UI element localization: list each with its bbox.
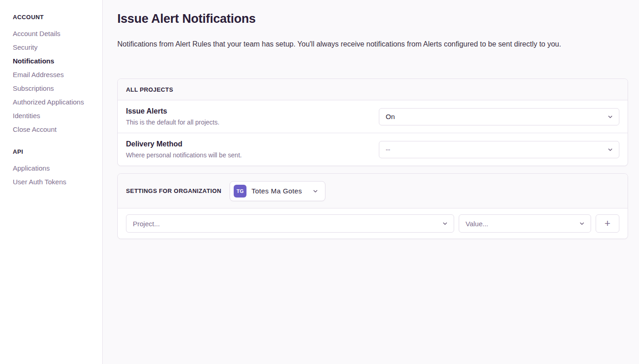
sidebar-item-security[interactable]: Security [13,41,95,54]
project-override-row: Project... Value... [118,208,628,239]
organization-select[interactable]: TG Totes Ma Gotes [230,181,325,201]
sidebar-item-user-auth-tokens[interactable]: User Auth Tokens [13,175,95,189]
issue-alerts-select[interactable]: On [379,108,619,125]
delivery-method-select[interactable]: -- [379,141,619,158]
project-select[interactable]: Project... [126,214,454,233]
sidebar-item-account-details[interactable]: Account Details [13,27,95,41]
organization-panel-header-label: SETTINGS FOR ORGANIZATION [126,187,221,194]
sidebar-item-identities[interactable]: Identities [13,109,95,123]
add-override-button[interactable]: + [596,214,619,233]
delivery-method-description: Where personal notifications will be sen… [126,151,368,159]
plus-icon: + [605,218,611,229]
chevron-down-icon [579,220,585,227]
organization-name: Totes Ma Gotes [251,187,302,195]
page-description: Notifications from Alert Rules that your… [117,39,628,49]
organization-avatar: TG [234,185,246,198]
chevron-down-icon [607,114,613,120]
sidebar-item-applications[interactable]: Applications [13,161,95,175]
organization-settings-panel: SETTINGS FOR ORGANIZATION TG Totes Ma Go… [117,173,628,239]
sidebar-section-account-header: ACCOUNT [13,14,95,21]
issue-alerts-text: Issue Alerts This is the default for all… [126,107,379,126]
delivery-method-select-value: -- [386,146,390,153]
main-content: Issue Alert Notifications Notifications … [103,0,639,364]
sidebar-section-api: API Applications User Auth Tokens [13,148,95,189]
delivery-method-row: Delivery Method Where personal notificat… [118,133,628,166]
sidebar-section-account: ACCOUNT Account Details Security Notific… [13,14,95,136]
chevron-down-icon [607,146,613,153]
delivery-method-label: Delivery Method [126,140,368,148]
issue-alerts-label: Issue Alerts [126,107,368,115]
all-projects-panel: ALL PROJECTS Issue Alerts This is the de… [117,78,628,166]
settings-sidebar: ACCOUNT Account Details Security Notific… [0,0,103,364]
sidebar-item-subscriptions[interactable]: Subscriptions [13,82,95,95]
issue-alerts-description: This is the default for all projects. [126,119,368,126]
sidebar-item-authorized-applications[interactable]: Authorized Applications [13,95,95,109]
chevron-down-icon [442,220,448,227]
page-title: Issue Alert Notifications [117,11,628,26]
issue-alerts-row: Issue Alerts This is the default for all… [118,100,628,133]
chevron-down-icon [312,188,319,194]
organization-panel-header: SETTINGS FOR ORGANIZATION TG Totes Ma Go… [118,174,628,208]
delivery-method-text: Delivery Method Where personal notificat… [126,140,379,159]
value-select-placeholder: Value... [466,220,488,228]
sidebar-item-email-addresses[interactable]: Email Addresses [13,68,95,82]
sidebar-item-close-account[interactable]: Close Account [13,123,95,136]
issue-alerts-select-value: On [386,113,395,120]
all-projects-panel-header: ALL PROJECTS [118,79,628,100]
sidebar-section-api-header: API [13,148,95,155]
settings-page: ACCOUNT Account Details Security Notific… [0,0,639,364]
value-select[interactable]: Value... [459,214,591,233]
sidebar-item-notifications[interactable]: Notifications [13,54,95,68]
project-select-placeholder: Project... [133,220,160,228]
